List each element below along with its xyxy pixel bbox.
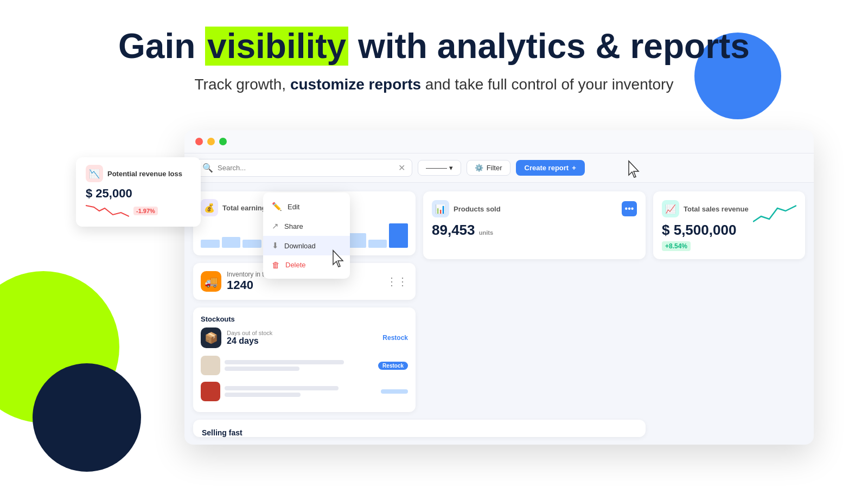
restock-pill-2 (381, 389, 408, 394)
total-sales-card: 📈 Total sales revenue $ 5,500,000 +8.54% (653, 191, 805, 259)
decorative-circle-dark (33, 363, 141, 472)
total-earnings-icon: 💰 (201, 199, 218, 216)
products-sold-icon: 📊 (432, 200, 449, 217)
revenue-loss-card: 📉 Potential revenue loss $ 25,000 -1.97% (76, 157, 201, 227)
skeleton-sub-2 (225, 393, 301, 397)
transit-icon: 🚚 (201, 271, 221, 292)
filter-button[interactable]: ⚙️ Filter (467, 160, 510, 176)
dropdown-button[interactable]: ——— ▾ (418, 160, 461, 176)
edit-icon: ✏️ (272, 202, 282, 211)
download-icon: ⬇ (272, 241, 279, 251)
share-icon: ↗ (272, 221, 279, 231)
products-sold-title: Products sold (454, 205, 501, 213)
window-dot-red[interactable] (195, 138, 203, 145)
total-sales-title: Total sales revenue (684, 205, 749, 213)
bar-8 (347, 233, 366, 248)
revenue-loss-header: 📉 Potential revenue loss (86, 165, 191, 182)
hero-section: Gain visibility with analytics & reports… (65, 27, 803, 93)
revenue-change-badge: -1.97% (133, 207, 158, 215)
search-input[interactable] (218, 164, 394, 172)
skeleton-name-1 (225, 360, 344, 364)
transit-menu-button[interactable]: ⋮⋮ (386, 275, 408, 288)
selling-fast-card: Selling fast Product Inventory level Tot… (193, 420, 646, 437)
products-sold-header: 📊 Products sold ••• (432, 200, 637, 217)
hero-title: Gain visibility with analytics & reports (65, 27, 803, 65)
revenue-mini-chart (86, 203, 129, 219)
context-menu-edit[interactable]: ✏️ Edit (263, 197, 350, 216)
skeleton-sub-1 (225, 367, 299, 371)
search-bar: 🔍 ✕ (195, 159, 412, 177)
restock-link[interactable]: Restock (382, 334, 408, 342)
table-title: Selling fast (202, 428, 637, 437)
cursor (331, 249, 346, 269)
revenue-loss-title: Potential revenue loss (107, 170, 182, 178)
products-sold-card: 📊 Products sold ••• 89,453 units (423, 191, 646, 259)
transit-value: 1240 (227, 278, 280, 292)
restock-pill-1[interactable]: Restock (378, 362, 408, 370)
hero-subtitle: Track growth, customize reports and take… (65, 76, 803, 93)
context-menu-share[interactable]: ↗ Share (263, 216, 350, 236)
filter-icon: ⚙️ (475, 164, 483, 172)
title-bar (184, 130, 814, 153)
stockouts-info: Days out of stock 24 days (227, 330, 272, 346)
delete-icon: 🗑 (272, 260, 280, 269)
stockouts-days: 24 days (227, 336, 272, 346)
products-sold-value: 89,453 units (432, 222, 637, 239)
toolbar: 🔍 ✕ ——— ▾ ⚙️ Filter Create report + (184, 153, 814, 183)
products-sold-menu-button[interactable]: ••• (622, 201, 637, 216)
stockout-thumb-2 (201, 382, 220, 401)
stockout-row-1: Restock (201, 352, 408, 378)
search-clear-icon[interactable]: ✕ (398, 163, 405, 173)
bar-3 (242, 240, 261, 248)
hero-highlight: visibility (205, 27, 348, 66)
stockout-thumb-1 (201, 356, 220, 375)
revenue-loss-amount: $ 25,000 (86, 187, 191, 201)
bar-9 (368, 240, 387, 248)
stockouts-title: Stockouts (201, 315, 408, 323)
plus-icon: + (572, 164, 576, 172)
stockouts-icon: 📦 (201, 328, 221, 348)
search-icon: 🔍 (202, 163, 213, 173)
total-sales-icon: 📈 (662, 200, 679, 217)
stockout-row-2 (201, 378, 408, 404)
total-sales-change: +8.54% (662, 241, 691, 251)
skeleton-name-2 (225, 386, 339, 390)
create-report-button[interactable]: Create report + (516, 160, 585, 176)
dashboard-window: 🔍 ✕ ——— ▾ ⚙️ Filter Create report + 📊 Pr… (184, 130, 814, 445)
total-sales-chart (753, 200, 796, 227)
revenue-loss-icon: 📉 (86, 165, 103, 182)
stockouts-card: Stockouts 📦 Days out of stock 24 days Re… (193, 307, 416, 412)
cursor-create-report (627, 160, 642, 179)
bar-1 (201, 240, 220, 248)
window-dot-green[interactable] (219, 138, 227, 145)
bar-active (389, 223, 408, 248)
bar-2 (222, 237, 241, 248)
window-dot-yellow[interactable] (207, 138, 215, 145)
